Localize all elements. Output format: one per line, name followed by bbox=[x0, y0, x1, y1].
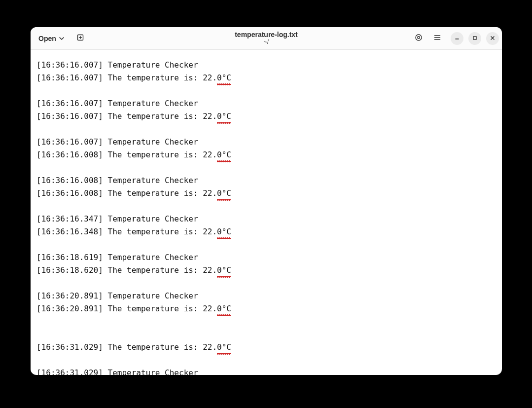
log-line bbox=[36, 328, 496, 341]
log-line: [16:36:16.007] Temperature Checker bbox=[36, 136, 496, 148]
log-message: The temperature is: 22. bbox=[108, 150, 217, 159]
log-timestamp: [16:36:31.029] bbox=[36, 342, 108, 352]
text-editor-area[interactable]: [16:36:16.007] Temperature Checker[16:36… bbox=[31, 50, 502, 375]
hamburger-icon bbox=[433, 34, 441, 43]
spellcheck-flagged: 0°C bbox=[217, 110, 231, 123]
log-timestamp: [16:36:16.008] bbox=[36, 150, 108, 159]
svg-point-1 bbox=[416, 35, 422, 40]
log-timestamp: [16:36:16.008] bbox=[36, 176, 108, 185]
spellcheck-flagged: 0°C bbox=[217, 341, 231, 354]
log-message: The temperature is: 22. bbox=[108, 111, 217, 121]
log-timestamp: [16:36:18.620] bbox=[36, 265, 108, 275]
document-path: ~/ bbox=[235, 39, 298, 45]
svg-rect-3 bbox=[473, 37, 476, 39]
spellcheck-flagged: 0°C bbox=[217, 72, 231, 84]
spellcheck-flagged: 0°C bbox=[217, 225, 231, 238]
log-line: [16:36:16.008] The temperature is: 22.0°… bbox=[36, 148, 496, 161]
log-timestamp: [16:36:16.007] bbox=[36, 73, 108, 82]
log-timestamp: [16:36:16.007] bbox=[36, 137, 108, 147]
log-message: The temperature is: 22. bbox=[108, 73, 217, 82]
log-line bbox=[36, 315, 496, 328]
log-line: [16:36:16.007] Temperature Checker bbox=[36, 97, 496, 110]
log-message: Temperature Checker bbox=[108, 253, 198, 262]
log-message: Temperature Checker bbox=[108, 368, 198, 375]
log-line bbox=[36, 277, 496, 290]
header-title-area: temperature-log.txt ~/ bbox=[235, 31, 298, 46]
log-timestamp: [16:36:20.891] bbox=[36, 291, 108, 300]
editor-window: Open temperature-log.txt ~/ bbox=[31, 27, 502, 375]
close-icon bbox=[490, 34, 496, 43]
log-message: Temperature Checker bbox=[108, 137, 198, 147]
new-tab-icon bbox=[76, 34, 84, 43]
spellcheck-flagged: 0°C bbox=[217, 264, 231, 277]
log-line bbox=[36, 84, 496, 97]
log-line: [16:36:18.619] Temperature Checker bbox=[36, 251, 496, 264]
svg-point-2 bbox=[418, 36, 420, 38]
log-timestamp: [16:36:16.007] bbox=[36, 99, 108, 108]
log-line: [16:36:16.007] Temperature Checker bbox=[36, 59, 496, 72]
minimize-icon bbox=[454, 34, 460, 43]
gear-outline-icon bbox=[415, 34, 423, 43]
open-button[interactable]: Open bbox=[34, 32, 69, 45]
spellcheck-flagged: 0°C bbox=[217, 302, 231, 315]
log-message: Temperature Checker bbox=[108, 291, 198, 300]
log-line: [16:36:16.347] Temperature Checker bbox=[36, 213, 496, 225]
log-timestamp: [16:36:16.007] bbox=[36, 111, 108, 121]
log-line: [16:36:16.007] The temperature is: 22.0°… bbox=[36, 72, 496, 84]
log-message: The temperature is: 22. bbox=[108, 265, 217, 275]
spellcheck-flagged: 0°C bbox=[217, 187, 231, 200]
log-message: Temperature Checker bbox=[108, 176, 198, 185]
log-line bbox=[36, 238, 496, 251]
log-timestamp: [16:36:16.008] bbox=[36, 188, 108, 198]
log-timestamp: [16:36:16.007] bbox=[36, 60, 108, 70]
log-line: [16:36:31.029] The temperature is: 22.0°… bbox=[36, 341, 496, 354]
log-timestamp: [16:36:16.348] bbox=[36, 227, 108, 236]
log-line: [16:36:16.008] Temperature Checker bbox=[36, 174, 496, 187]
log-line bbox=[36, 123, 496, 136]
editor-content: [16:36:16.007] Temperature Checker[16:36… bbox=[36, 59, 496, 375]
log-timestamp: [16:36:31.029] bbox=[36, 368, 108, 375]
document-title: temperature-log.txt bbox=[235, 31, 298, 38]
window-close-button[interactable] bbox=[486, 32, 499, 45]
log-message: The temperature is: 22. bbox=[108, 188, 217, 198]
window-maximize-button[interactable] bbox=[468, 32, 481, 45]
log-message: Temperature Checker bbox=[108, 60, 198, 70]
header-right bbox=[410, 30, 499, 47]
log-timestamp: [16:36:20.891] bbox=[36, 304, 108, 313]
log-line: [16:36:20.891] Temperature Checker bbox=[36, 290, 496, 302]
log-message: The temperature is: 22. bbox=[108, 342, 217, 352]
log-line: [16:36:16.008] The temperature is: 22.0°… bbox=[36, 187, 496, 200]
window-minimize-button[interactable] bbox=[451, 32, 463, 45]
log-timestamp: [16:36:16.347] bbox=[36, 214, 108, 223]
log-line: [16:36:18.620] The temperature is: 22.0°… bbox=[36, 264, 496, 277]
log-line bbox=[36, 161, 496, 174]
log-line: [16:36:20.891] The temperature is: 22.0°… bbox=[36, 302, 496, 315]
open-button-label: Open bbox=[38, 35, 56, 42]
header-bar: Open temperature-log.txt ~/ bbox=[31, 27, 502, 50]
save-button[interactable] bbox=[410, 30, 427, 47]
log-message: Temperature Checker bbox=[108, 214, 198, 223]
maximize-icon bbox=[472, 34, 478, 43]
spellcheck-flagged: 0°C bbox=[217, 148, 231, 161]
log-line: [16:36:16.007] The temperature is: 22.0°… bbox=[36, 110, 496, 123]
log-message: The temperature is: 22. bbox=[108, 227, 217, 236]
log-line: [16:36:16.348] The temperature is: 22.0°… bbox=[36, 225, 496, 238]
new-tab-button[interactable] bbox=[72, 30, 89, 47]
chevron-down-icon bbox=[59, 37, 64, 40]
header-left: Open bbox=[34, 30, 89, 47]
log-line bbox=[36, 200, 496, 213]
log-line bbox=[36, 354, 496, 367]
hamburger-menu-button[interactable] bbox=[429, 30, 446, 47]
log-timestamp: [16:36:18.619] bbox=[36, 253, 108, 262]
log-message: Temperature Checker bbox=[108, 99, 198, 108]
log-line: [16:36:31.029] Temperature Checker bbox=[36, 367, 496, 375]
log-message: The temperature is: 22. bbox=[108, 304, 217, 313]
